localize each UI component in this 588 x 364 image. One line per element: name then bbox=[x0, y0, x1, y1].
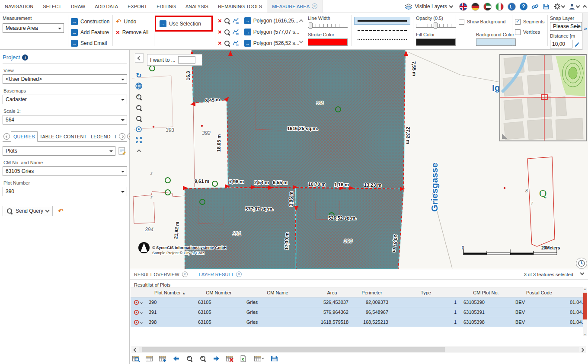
results-horizontal-scrollbar[interactable] bbox=[131, 346, 586, 353]
scroll-up-icon[interactable]: ▲ bbox=[583, 287, 587, 291]
menu-tab-add-data[interactable]: ADD DATA bbox=[90, 0, 123, 13]
history-clock-button[interactable] bbox=[576, 258, 587, 269]
language-english-flag-icon[interactable] bbox=[459, 3, 467, 11]
tab-partial[interactable]: I bbox=[112, 132, 118, 141]
scale-select[interactable]: 564 bbox=[3, 115, 127, 125]
zoom-to-polygon-icon[interactable] bbox=[224, 40, 230, 47]
reset-query-icon[interactable]: ↶ bbox=[58, 208, 64, 214]
scroll-left-icon[interactable] bbox=[134, 348, 138, 352]
menu-tab-remaining-tools[interactable]: REMAINING TOOLS bbox=[213, 0, 267, 13]
globe-icon[interactable] bbox=[134, 81, 144, 91]
background-color-swatch[interactable] bbox=[476, 38, 516, 46]
scroll-right-icon[interactable] bbox=[580, 348, 585, 352]
i-want-to-input[interactable] bbox=[178, 56, 195, 64]
header-cm-name[interactable]: CM Name bbox=[243, 288, 312, 297]
zoom-to-polygon-icon[interactable] bbox=[224, 18, 230, 24]
add-feature-button[interactable]: → Add Feature bbox=[71, 28, 109, 37]
save-result-button[interactable] bbox=[270, 354, 278, 363]
tab-queries[interactable]: QUERIES bbox=[11, 131, 38, 142]
menu-tab-editing[interactable]: EDITING bbox=[152, 0, 181, 13]
help-icon[interactable]: ? bbox=[520, 3, 527, 10]
scrollbar-thumb[interactable] bbox=[583, 293, 587, 319]
polygon-action-icon[interactable]: → bbox=[244, 17, 251, 24]
slider-handle-icon[interactable] bbox=[434, 22, 438, 29]
snap-distance-input[interactable]: 10,00 bbox=[550, 40, 572, 48]
line-style-solid[interactable] bbox=[354, 17, 410, 25]
fill-color-swatch[interactable] bbox=[416, 38, 456, 46]
overview-map[interactable] bbox=[499, 54, 587, 141]
snap-edit-icon[interactable] bbox=[574, 41, 580, 47]
close-tab-icon[interactable]: × bbox=[182, 271, 188, 277]
zoom-in-icon[interactable]: + bbox=[134, 92, 144, 102]
i-want-to-widget[interactable]: I want to ... bbox=[147, 54, 202, 66]
delete-polygon-icon[interactable]: × bbox=[218, 29, 222, 35]
plot-number-select[interactable]: 390 bbox=[3, 187, 127, 196]
language-crescent-flag-icon[interactable] bbox=[508, 3, 516, 11]
table-row[interactable]: 39863105Gries1618,579518168,525213163105… bbox=[131, 317, 583, 327]
tab-layer-result[interactable]: LAYER RESULT × bbox=[199, 271, 242, 277]
cm-number-select[interactable]: 63105 Gries bbox=[3, 166, 127, 176]
user-account-button[interactable] bbox=[569, 3, 579, 10]
edit-query-icon[interactable] bbox=[118, 147, 127, 155]
scroll-up-icon[interactable] bbox=[299, 19, 304, 24]
previous-result-button[interactable] bbox=[172, 354, 180, 363]
language-italian-flag-icon[interactable] bbox=[495, 3, 504, 11]
close-tab-icon[interactable]: × bbox=[312, 3, 317, 9]
opacity-slider[interactable] bbox=[416, 22, 456, 29]
table-options-button[interactable] bbox=[252, 354, 265, 363]
snap-layer-select[interactable]: Please Sele bbox=[550, 22, 582, 31]
send-email-button[interactable]: → Send Email bbox=[71, 39, 109, 48]
tab-result-overview[interactable]: RESULT OVERVIEW × bbox=[134, 271, 188, 277]
ribbon-expand-button[interactable]: » bbox=[582, 13, 588, 50]
polygon-list-item[interactable]: × 3D → Polygon (526,52 s... bbox=[218, 38, 300, 48]
polygon-list-item[interactable]: × 3D → Polygon (1616,25... bbox=[218, 16, 300, 26]
tab-table-of-content[interactable]: TABLE OF CONTENT bbox=[38, 132, 89, 141]
header-type[interactable]: Type bbox=[392, 288, 460, 297]
measure-mode-select[interactable]: Measure Area bbox=[3, 23, 64, 33]
use-selection-button[interactable]: → Use Selection bbox=[160, 19, 201, 28]
line-style-dotted[interactable] bbox=[354, 36, 410, 44]
menu-tab-draw[interactable]: DRAW bbox=[66, 0, 90, 13]
collapse-ribbon-icon[interactable] bbox=[583, 5, 587, 10]
header-clipped-column[interactable] bbox=[566, 288, 583, 297]
row-locate-icon[interactable] bbox=[131, 297, 145, 307]
line-width-slider[interactable] bbox=[308, 22, 348, 29]
clear-result-button[interactable] bbox=[225, 354, 234, 363]
remove-all-button[interactable]: × Remove All bbox=[116, 28, 148, 37]
collapse-results-icon[interactable] bbox=[580, 271, 585, 275]
zoom-to-polygon-icon[interactable] bbox=[224, 29, 230, 35]
header-area[interactable]: Area bbox=[312, 288, 352, 297]
query-theme-select[interactable]: Plots bbox=[3, 146, 115, 156]
refresh-map-icon[interactable]: ↻ bbox=[134, 70, 144, 80]
delete-polygon-icon[interactable]: × bbox=[218, 40, 222, 46]
share-link-icon[interactable] bbox=[531, 3, 539, 10]
menu-tab-analysis[interactable]: ANALYSIS bbox=[181, 0, 213, 13]
results-vertical-scrollbar[interactable]: ▲ ▼ bbox=[583, 287, 587, 336]
zoom-in-result-button[interactable]: + bbox=[198, 354, 207, 363]
full-extent-icon[interactable] bbox=[134, 135, 144, 145]
menu-tab-measure-area[interactable]: MEASURE AREA × bbox=[267, 0, 323, 13]
scroll-down-icon[interactable]: ▼ bbox=[583, 333, 587, 336]
vertices-checkbox[interactable]: Vertices bbox=[515, 28, 545, 36]
delete-polygon-icon[interactable]: × bbox=[218, 18, 222, 24]
table-row[interactable]: 39063105Gries526,45303792,00937316310539… bbox=[131, 297, 583, 307]
view-select[interactable]: <User Defined> bbox=[3, 74, 127, 84]
visible-layers-button[interactable]: Visible Layers bbox=[405, 3, 453, 10]
zoom-out-icon[interactable]: − bbox=[134, 103, 144, 112]
selected-parcel-390[interactable] bbox=[296, 187, 403, 269]
header-perimeter[interactable]: Perimeter bbox=[352, 288, 392, 297]
scroll-down-icon[interactable] bbox=[299, 39, 304, 44]
zoom-box-icon[interactable] bbox=[134, 114, 144, 123]
row-locate-icon[interactable] bbox=[131, 317, 145, 327]
language-arabic-flag-icon[interactable] bbox=[483, 3, 492, 11]
construction-button[interactable]: → Construction bbox=[71, 17, 109, 26]
export-result-button[interactable] bbox=[239, 354, 247, 363]
polygon-action-icon[interactable]: → bbox=[244, 40, 251, 47]
zoom-to-result-button[interactable] bbox=[131, 354, 140, 363]
collapse-sidebar-button[interactable] bbox=[135, 53, 144, 63]
line-style-dashed[interactable] bbox=[354, 26, 410, 34]
tabs-scroll-right-icon[interactable] bbox=[119, 133, 125, 140]
menu-tab-export[interactable]: EXPORT bbox=[123, 0, 152, 13]
polygon-list-item[interactable]: × 3D → Polygon (577,07 s... bbox=[218, 27, 300, 37]
scrollbar-thumb[interactable] bbox=[142, 347, 445, 352]
